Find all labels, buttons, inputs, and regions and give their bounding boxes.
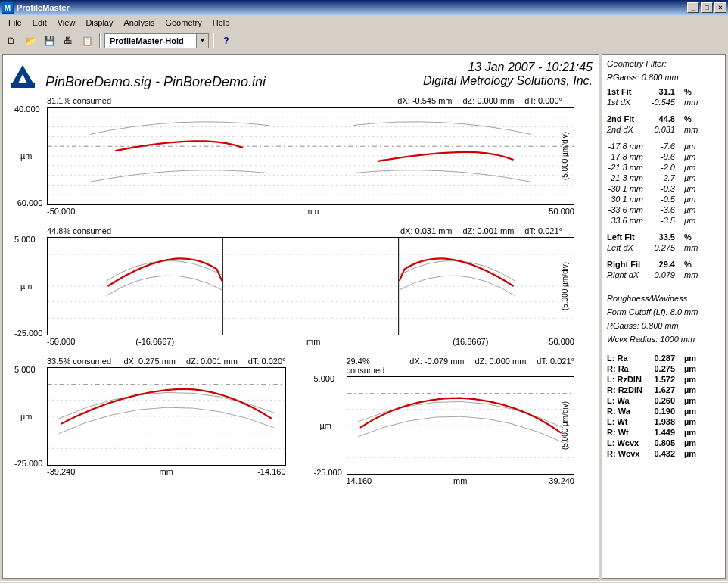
profile-select[interactable]: ProfileMaster-Hold ▼ — [104, 33, 209, 48]
minimize-button[interactable]: _ — [687, 2, 699, 13]
rw-label: L: Ra — [607, 353, 649, 363]
close-button[interactable]: × — [714, 2, 726, 13]
dev-val: -0.3 — [649, 183, 684, 194]
geo-filter-hdr: Geometry Filter: — [607, 59, 720, 68]
dev-label: 17.8 mm — [607, 151, 649, 162]
plot4-xmin: 14.160 — [347, 476, 372, 485]
dev-label: 33.6 mm — [607, 215, 649, 226]
fit1dx-val: -0.545 — [649, 97, 684, 108]
rw-label: L: Wt — [607, 416, 649, 427]
plot1-xmin: -50.000 — [47, 207, 75, 216]
rw-val: 1.449 — [649, 427, 684, 438]
side-panel: Geometry Filter: RGauss: 0.800 mm 1st Fi… — [602, 54, 726, 579]
save-button[interactable]: 💾 — [41, 33, 58, 49]
help-button[interactable]: ? — [218, 33, 235, 49]
dev-unit: µm — [684, 183, 720, 194]
rw-hdr: Roughness/Waviness — [607, 294, 720, 303]
plot3-dt: dT: 0.020° — [248, 357, 286, 366]
rw-unit: µm — [684, 406, 720, 416]
plot2-ymax: 5.000 — [14, 235, 36, 244]
dev-val: -2.0 — [649, 162, 684, 173]
dev-label: 30.1 mm — [607, 194, 649, 204]
plot2-xunit: mm — [174, 337, 453, 346]
dev-label: -21.3 mm — [607, 162, 649, 173]
dev-label: -17.8 mm — [607, 141, 649, 151]
fit1dx-unit: mm — [684, 97, 720, 108]
plot1-ymax: 40.000 — [14, 104, 40, 114]
menu-view[interactable]: View — [52, 17, 81, 29]
toolbar: 🗋 📂 💾 🖶 📋 ProfileMaster-Hold ▼ ? — [0, 30, 728, 51]
menu-file[interactable]: File — [3, 17, 27, 29]
plot3-xmax: -14.160 — [257, 467, 285, 476]
rw-label: L: Wa — [607, 395, 649, 406]
rightfit-label: Right Fit — [607, 259, 649, 270]
svg-rect-0 — [11, 83, 35, 88]
new-button[interactable]: 🗋 — [3, 33, 20, 49]
fit2-val: 44.8 — [649, 114, 684, 124]
plot2-yscale: (5.000 µm/div) — [560, 262, 568, 310]
rw-label: L: RzDIN — [607, 374, 649, 385]
plot3[interactable]: 5.000 µm -25.000 — [47, 367, 286, 466]
dev-val: -2.7 — [649, 173, 684, 183]
rw-unit: µm — [684, 395, 720, 406]
plot2-xmark1: (-16.6667) — [135, 337, 174, 346]
rw-val: 1.627 — [649, 385, 684, 395]
plot1-dx: dX: -0.545 mm — [397, 96, 452, 105]
leftfit-unit: % — [684, 232, 720, 242]
leftdx-label: Left dX — [607, 242, 649, 253]
plot4-ymin: -25.000 — [314, 468, 342, 477]
deviation-table: -17.8 mm-7.6µm17.8 mm-9.6µm-21.3 mm-2.0µ… — [607, 141, 720, 226]
rw-unit: µm — [684, 363, 720, 374]
rw-label: R: Wa — [607, 406, 649, 416]
menu-analysis[interactable]: Analysis — [118, 17, 160, 29]
plot2-dx: dX: 0.031 mm — [400, 226, 452, 235]
logo-icon — [9, 62, 36, 89]
fit2-unit: % — [684, 114, 720, 124]
rw-unit: µm — [684, 448, 720, 459]
plot4-dt: dT: 0.021° — [537, 357, 574, 375]
plot2[interactable]: 5.000 µm -25.000 (5.000 µm/div) — [47, 237, 574, 335]
rightdx-unit: mm — [684, 270, 720, 280]
rw-val: 0.190 — [649, 406, 684, 416]
leftdx-unit: mm — [684, 242, 720, 253]
dev-unit: µm — [684, 204, 720, 215]
rightdx-val: -0.079 — [649, 270, 684, 280]
rw-rgauss: RGauss: 0.800 mm — [607, 321, 720, 330]
plot4[interactable]: 5.000 µm -25.000 (5.000 µm/div) — [347, 376, 575, 475]
plot1[interactable]: 40.000 µm -60.000 (5.000 µm/div) — [47, 107, 574, 205]
rw-form: Form Cutoff (Lf): 8.0 mm — [607, 307, 720, 316]
plot1-consumed: 31.1% consumed — [47, 96, 397, 105]
roughness-table: L: Ra0.287µmR: Ra0.275µmL: RzDIN1.572µmR… — [607, 353, 720, 459]
plot3-dz: dZ: 0.001 mm — [186, 357, 238, 366]
rw-val: 0.432 — [649, 448, 684, 459]
dev-unit: µm — [684, 173, 720, 183]
dev-unit: µm — [684, 194, 720, 204]
open-button[interactable]: 📂 — [22, 33, 39, 49]
menu-geometry[interactable]: Geometry — [160, 17, 207, 29]
dev-val: -9.6 — [649, 151, 684, 162]
dev-label: 21.3 mm — [607, 173, 649, 183]
print-button[interactable]: 🖶 — [60, 33, 76, 49]
plot3-xunit: mm — [75, 467, 257, 476]
plot4-yscale: (5.000 µm/div) — [560, 401, 568, 450]
fit1-label: 1st Fit — [607, 86, 649, 97]
plot1-ymin: -60.000 — [14, 198, 42, 207]
file-names: PinBoreDemo.sig - PinBoreDemo.ini — [45, 74, 266, 90]
maximize-button[interactable]: □ — [701, 2, 713, 13]
fit2dx-val: 0.031 — [649, 124, 684, 135]
rw-val: 0.805 — [649, 438, 684, 448]
leftdx-val: 0.275 — [649, 242, 684, 253]
plot2-xmin: -50.000 — [47, 337, 75, 346]
menu-edit[interactable]: Edit — [27, 17, 52, 29]
plot2-consumed: 44.8% consumed — [47, 226, 400, 235]
dev-unit: µm — [684, 162, 720, 173]
menu-display[interactable]: Display — [80, 17, 118, 29]
rw-val: 0.287 — [649, 353, 684, 363]
copy-button[interactable]: 📋 — [79, 33, 95, 49]
menu-help[interactable]: Help — [207, 17, 235, 29]
rw-unit: µm — [684, 374, 720, 385]
rw-label: R: Ra — [607, 363, 649, 374]
plot3-ymin: -25.000 — [14, 459, 42, 468]
chevron-down-icon[interactable]: ▼ — [196, 34, 208, 48]
profile-select-value: ProfileMaster-Hold — [105, 36, 196, 45]
